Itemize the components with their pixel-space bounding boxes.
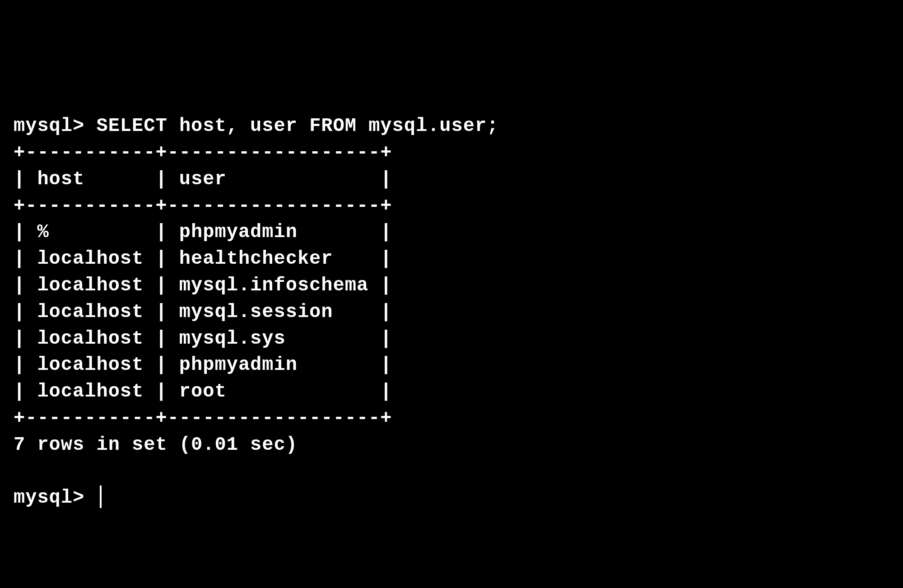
table-row: | localhost | healthchecker | xyxy=(14,248,392,270)
terminal-window[interactable]: mysql> SELECT host, user FROM mysql.user… xyxy=(14,113,889,511)
table-border-top: +-----------+------------------+ xyxy=(14,142,392,163)
table-row: | localhost | root | xyxy=(14,381,392,402)
table-row: | localhost | mysql.sys | xyxy=(14,328,392,350)
table-row: | localhost | phpmyadmin | xyxy=(14,354,392,376)
mysql-prompt-next: mysql> xyxy=(14,487,96,509)
mysql-prompt: mysql> xyxy=(14,115,84,137)
table-row: | localhost | mysql.infoschema | xyxy=(14,275,392,296)
sql-command: SELECT host, user FROM mysql.user; xyxy=(96,115,498,137)
table-header-row: | host | user | xyxy=(14,168,392,190)
table-row: | % | phpmyadmin | xyxy=(14,221,392,243)
table-border-mid: +-----------+------------------+ xyxy=(14,195,392,217)
table-border-bottom: +-----------+------------------+ xyxy=(14,407,392,429)
table-row: | localhost | mysql.session | xyxy=(14,301,392,323)
result-summary: 7 rows in set (0.01 sec) xyxy=(14,434,298,456)
cursor-icon[interactable] xyxy=(100,485,102,508)
